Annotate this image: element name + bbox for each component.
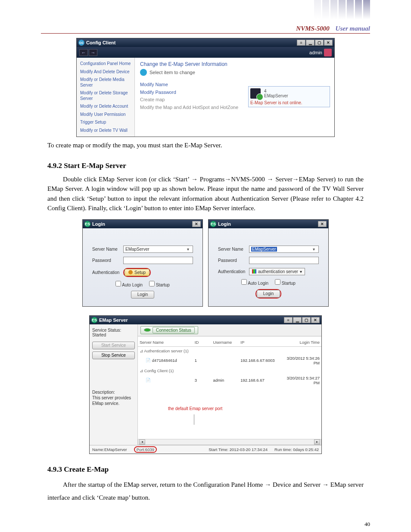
- server-name-label: Server Name: [218, 247, 249, 252]
- scroll-left-icon[interactable]: ◂: [139, 439, 145, 445]
- page-header: NVMS-5000 User manual: [41, 0, 370, 34]
- sidebar-item[interactable]: Trigger Setup: [77, 118, 134, 127]
- h-scrollbar[interactable]: ◂ ▸: [138, 439, 321, 445]
- startup-checkbox[interactable]: Startup: [149, 283, 170, 287]
- app-icon: ES: [91, 317, 97, 323]
- login-title: Login: [218, 221, 231, 227]
- tray-icon[interactable]: ≡: [297, 40, 305, 46]
- maximize-icon[interactable]: ▢: [302, 317, 311, 323]
- description-body: This server provides EMap service.: [92, 395, 135, 406]
- auth-server-dropdown[interactable]: authentication server ▾: [249, 268, 305, 275]
- emap-count: 4: [264, 89, 288, 93]
- col-ip[interactable]: IP: [239, 338, 279, 347]
- app-icon: ES: [210, 221, 216, 227]
- user-avatar-icon[interactable]: [324, 49, 332, 56]
- col-id[interactable]: ID: [193, 338, 212, 347]
- gear-icon: [128, 270, 133, 274]
- emap-name: EMapServer: [264, 93, 288, 98]
- sidebar-item[interactable]: Modify or Delete Media Server: [77, 76, 134, 89]
- group-config-client[interactable]: ⊿ Config Client (1): [138, 367, 321, 374]
- footer-name: Name:EMapServer: [92, 447, 127, 452]
- sidebar-item[interactable]: Modify User Permission: [77, 111, 134, 119]
- app-icon: cc: [78, 40, 84, 46]
- tray-icon[interactable]: ≡: [284, 317, 293, 323]
- sidebar-item[interactable]: Modify or Delete Account: [77, 103, 134, 111]
- status-dot-icon: [144, 328, 151, 332]
- table-row[interactable]: 📄 d471848461d 1 192.168.6.67:6003 3/20/2…: [138, 355, 321, 367]
- status-dot-icon: [256, 93, 263, 100]
- password-input[interactable]: [123, 257, 193, 264]
- tab-connection-status[interactable]: Connection Status: [140, 326, 198, 334]
- nav-forward-icon[interactable]: →: [89, 49, 97, 56]
- close-icon[interactable]: ✕: [192, 221, 201, 227]
- tab-bar: Connection Status: [138, 324, 321, 336]
- sidebar-item[interactable]: Modify And Delete Device: [77, 68, 134, 76]
- current-user: admin: [309, 50, 322, 55]
- col-username[interactable]: Username: [211, 338, 239, 347]
- port-arrow: [194, 414, 194, 425]
- server-name-input[interactable]: EMapServer ▾: [249, 246, 319, 253]
- chevron-down-icon[interactable]: ▾: [300, 269, 302, 274]
- paragraph-start-emap: Double click EMap Server icon (or click …: [47, 174, 364, 213]
- auth-label: Authentication: [218, 269, 249, 274]
- minimize-icon[interactable]: ▁: [293, 317, 302, 323]
- stop-service-button[interactable]: Stop Service: [92, 352, 135, 359]
- scroll-right-icon[interactable]: ▸: [314, 439, 320, 445]
- emap-sidebar: Service Status: Started Start Service St…: [90, 324, 138, 445]
- config-client-main: Change the E-Map Server Information Sele…: [135, 58, 334, 137]
- header-title: NVMS-5000 User manual: [296, 25, 370, 32]
- config-client-toolbar: ← → admin: [77, 47, 334, 58]
- login-title: Login: [92, 221, 105, 227]
- maximize-icon[interactable]: ▢: [315, 40, 324, 46]
- auto-login-checkbox[interactable]: Auto Login: [115, 283, 143, 287]
- server-bars-icon: [252, 269, 256, 274]
- product-name: NVMS-5000: [296, 25, 330, 32]
- panel-heading: Change the E-Map Server Information: [140, 61, 329, 67]
- nav-back-icon[interactable]: ←: [79, 49, 88, 56]
- usermanual-label: User manual: [336, 25, 370, 32]
- select-prompt: Select item to change: [140, 70, 329, 75]
- server-name-input[interactable]: EMapServer ▾: [123, 246, 193, 253]
- minimize-icon[interactable]: ▁: [306, 40, 314, 46]
- config-client-window: cc Config Client ≡ ▁ ▢ ✕ ← → admin Confi…: [76, 38, 335, 137]
- footer-run-time: Run time: 0days 0:25:42: [274, 447, 319, 452]
- table-row[interactable]: 📄 3 admin 192.168.6.67 3/20/2012 5:34:27…: [138, 374, 321, 386]
- password-input[interactable]: [249, 257, 319, 264]
- setup-button[interactable]: Setup: [125, 269, 149, 276]
- paragraph-create-map: To create map or modify the map, you mus…: [47, 140, 364, 150]
- sidebar-item[interactable]: Configuration Panel Home: [77, 60, 134, 68]
- header-decoration: [314, 0, 370, 19]
- server-name-label: Server Name: [92, 247, 123, 252]
- login-button[interactable]: Login: [257, 290, 280, 298]
- emap-offline-warning: E-Map Server is not online.: [250, 100, 328, 105]
- chevron-down-icon[interactable]: ▾: [185, 246, 191, 252]
- emap-footer: Name:EMapServer Port:6039 Start Time: 20…: [90, 445, 321, 454]
- config-client-title: Config Client: [86, 40, 115, 45]
- auth-label: Authentication: [92, 270, 123, 275]
- password-label: Password: [218, 258, 249, 263]
- close-icon[interactable]: ✕: [311, 317, 320, 323]
- group-auth-server[interactable]: ⊿ Authentication server (1): [138, 346, 321, 355]
- app-icon: ES: [84, 221, 90, 227]
- login-window-authserver: ES Login ✕ Server Name EMapServer ▾ Pass…: [208, 219, 329, 307]
- config-client-sidebar: Configuration Panel Home Modify And Dele…: [77, 58, 135, 137]
- login-window-setup: ES Login ✕ Server Name EMapServer ▾ Pass…: [82, 219, 203, 307]
- page-number: 40: [364, 521, 370, 528]
- service-status: Service Status: Started: [92, 328, 135, 337]
- close-icon[interactable]: ✕: [324, 40, 333, 46]
- startup-checkbox[interactable]: Startup: [275, 281, 296, 286]
- col-server-name[interactable]: Server Name: [138, 338, 193, 347]
- sidebar-item[interactable]: Modify or Delete Storage Server: [77, 89, 134, 103]
- login-button[interactable]: Login: [131, 291, 154, 299]
- auto-login-checkbox[interactable]: Auto Login: [241, 281, 268, 286]
- emap-server-window: ES EMap Server ≡ ▁ ▢ ✕ Service Status: S…: [89, 315, 322, 454]
- start-service-button: Start Service: [92, 342, 135, 349]
- sidebar-item[interactable]: Modify or Delete TV Wall: [77, 127, 134, 135]
- paragraph-create-emap: After the startup of the EMap server, re…: [47, 478, 364, 504]
- description-title: Description:: [92, 389, 135, 395]
- chevron-down-icon[interactable]: ▾: [311, 246, 317, 252]
- section-493-heading: 4.9.3 Create E-Map: [47, 465, 364, 474]
- config-client-titlebar: cc Config Client ≡ ▁ ▢ ✕: [77, 38, 334, 47]
- close-icon[interactable]: ✕: [318, 221, 327, 227]
- col-login-time[interactable]: Login Time: [279, 338, 321, 347]
